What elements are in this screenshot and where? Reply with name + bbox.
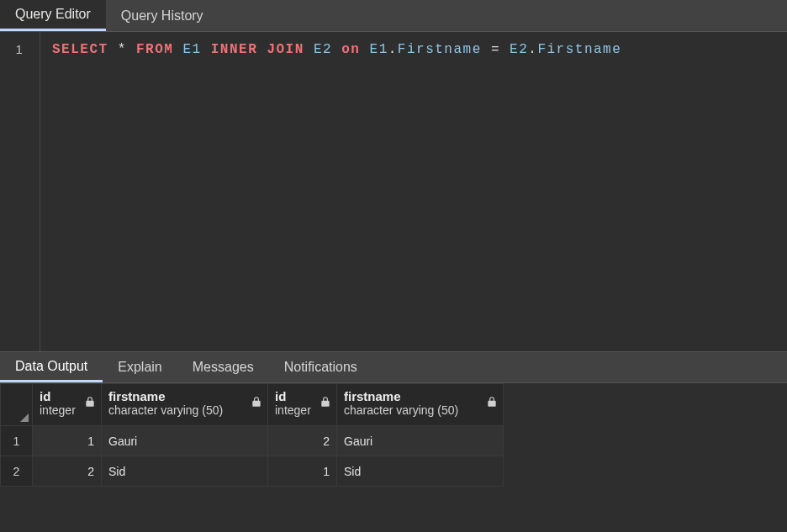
- column-header-firstname-2[interactable]: firstname character varying (50): [337, 384, 504, 426]
- ident-e2: E2: [314, 42, 332, 57]
- cell-id[interactable]: 2: [268, 426, 337, 456]
- kw-join: JOIN: [267, 42, 304, 57]
- cell-firstname[interactable]: Gauri: [337, 426, 504, 456]
- tab-explain[interactable]: Explain: [103, 352, 177, 382]
- table-row[interactable]: 1 1 Gauri 2 Gauri: [1, 426, 504, 456]
- column-header-firstname-1[interactable]: firstname character varying (50): [102, 384, 268, 426]
- cell-id[interactable]: 2: [33, 456, 102, 487]
- line-number: 1: [0, 42, 40, 56]
- column-type: integer: [275, 403, 311, 417]
- column-header-id-1[interactable]: id integer: [33, 384, 102, 426]
- tab-data-output[interactable]: Data Output: [0, 352, 103, 382]
- ident-rhs-col: Firstname: [537, 42, 621, 57]
- column-name: firstname: [344, 389, 494, 403]
- cell-id[interactable]: 1: [33, 426, 102, 456]
- sql-editor[interactable]: 1 SELECT * FROM E1 INNER JOIN E2 on E1.F…: [0, 32, 787, 351]
- data-grid-wrap: id integer firstname character varying (…: [0, 383, 787, 487]
- editor-tabbar: Query Editor Query History: [0, 0, 787, 32]
- op-star: *: [118, 42, 127, 57]
- editor-code-line[interactable]: SELECT * FROM E1 INNER JOIN E2 on E1.Fir…: [40, 32, 633, 351]
- select-all-triangle-icon[interactable]: [20, 413, 29, 422]
- result-tabbar: Data Output Explain Messages Notificatio…: [0, 351, 787, 383]
- tab-messages[interactable]: Messages: [177, 352, 269, 382]
- row-number[interactable]: 2: [1, 456, 33, 487]
- tab-query-history[interactable]: Query History: [106, 0, 219, 31]
- column-name: firstname: [108, 389, 259, 403]
- tab-query-editor[interactable]: Query Editor: [0, 0, 106, 31]
- op-eq: =: [491, 42, 500, 57]
- header-row: id integer firstname character varying (…: [1, 384, 504, 426]
- editor-gutter: 1: [0, 32, 40, 351]
- row-number[interactable]: 1: [1, 426, 33, 456]
- kw-inner: INNER: [211, 42, 258, 57]
- column-type: character varying (50): [108, 403, 223, 417]
- table-row[interactable]: 2 2 Sid 1 Sid: [1, 456, 504, 487]
- cell-firstname[interactable]: Gauri: [102, 426, 268, 456]
- kw-from: FROM: [136, 42, 173, 57]
- dot: .: [528, 42, 537, 57]
- cell-firstname[interactable]: Sid: [102, 456, 268, 487]
- column-type: integer: [40, 403, 76, 417]
- lock-icon: [486, 396, 498, 408]
- cell-firstname[interactable]: Sid: [337, 456, 504, 487]
- data-grid[interactable]: id integer firstname character varying (…: [0, 383, 504, 487]
- header-corner[interactable]: [1, 384, 33, 426]
- tab-notifications[interactable]: Notifications: [269, 352, 372, 382]
- ident-e1: E1: [182, 42, 201, 57]
- column-header-id-2[interactable]: id integer: [268, 384, 337, 426]
- lock-icon: [320, 396, 331, 408]
- lock-icon: [251, 396, 262, 408]
- column-type: character varying (50): [344, 403, 458, 417]
- ident-lhs-table: E1: [370, 42, 388, 57]
- kw-on: on: [341, 42, 360, 57]
- ident-lhs-col: Firstname: [398, 42, 482, 57]
- lock-icon: [84, 396, 96, 408]
- cell-id[interactable]: 1: [268, 456, 337, 487]
- dot: .: [388, 42, 398, 57]
- kw-select: SELECT: [52, 42, 108, 57]
- ident-rhs-table: E2: [510, 42, 528, 57]
